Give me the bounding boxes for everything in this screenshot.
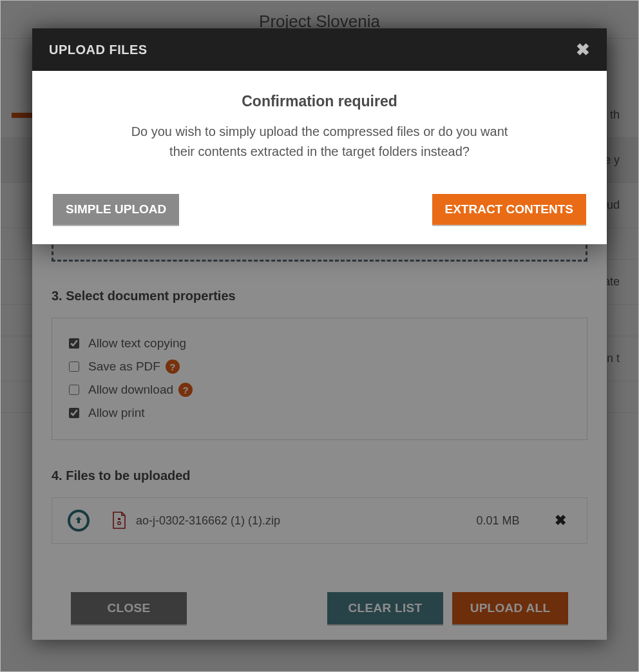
svg-rect-0	[118, 518, 120, 520]
confirmation-header: UPLOAD FILES ✖	[32, 28, 607, 71]
close-icon[interactable]: ✖	[576, 41, 590, 58]
close-button[interactable]: CLOSE	[71, 592, 187, 624]
file-size: 0.01 MB	[446, 514, 549, 528]
upload-all-button[interactable]: UPLOAD ALL	[452, 592, 568, 624]
document-properties-box: Allow text copying Save as PDF ? Allow d…	[52, 318, 587, 440]
section-3-title: 3. Select document properties	[52, 289, 587, 303]
help-icon[interactable]: ?	[178, 383, 193, 397]
section-4-title: 4. Files to be uploaded	[52, 468, 587, 483]
confirmation-title: Confirmation required	[64, 93, 575, 110]
files-list: ao-j-0302-316662 (1) (1).zip 0.01 MB ✖	[52, 497, 587, 544]
confirmation-text: Do you wish to simply upload the compres…	[120, 122, 519, 162]
prop-allow-text-copying[interactable]: Allow text copying	[69, 336, 570, 350]
extract-contents-button[interactable]: EXTRACT CONTENTS	[432, 194, 587, 225]
file-name: ao-j-0302-316662 (1) (1).zip	[136, 514, 446, 528]
confirmation-actions: SIMPLE UPLOAD EXTRACT CONTENTS	[32, 168, 607, 244]
confirmation-dialog: UPLOAD FILES ✖ Confirmation required Do …	[32, 28, 607, 244]
clear-list-button[interactable]: CLEAR LIST	[327, 592, 443, 624]
zip-file-icon	[111, 512, 127, 530]
remove-file-icon[interactable]: ✖	[549, 512, 571, 529]
help-icon[interactable]: ?	[166, 360, 180, 374]
upload-arrow-icon	[68, 510, 90, 532]
prop-label: Allow print	[88, 406, 145, 420]
prop-save-as-pdf[interactable]: Save as PDF ?	[69, 360, 570, 374]
prop-allow-print[interactable]: Allow print	[69, 406, 570, 420]
prop-label: Allow text copying	[88, 336, 186, 350]
checkbox-allow-print[interactable]	[69, 408, 79, 418]
svg-point-1	[118, 522, 120, 524]
prop-label: Allow download	[88, 383, 173, 397]
checkbox-allow-text-copying[interactable]	[69, 338, 79, 349]
modal-title: UPLOAD FILES	[49, 43, 148, 57]
checkbox-allow-download[interactable]	[69, 385, 79, 395]
file-row: ao-j-0302-316662 (1) (1).zip 0.01 MB ✖	[52, 498, 587, 543]
prop-label: Save as PDF	[88, 360, 160, 374]
confirmation-body: Confirmation required Do you wish to sim…	[32, 71, 607, 168]
checkbox-save-as-pdf[interactable]	[69, 361, 79, 372]
modal-footer: CLOSE CLEAR LIST UPLOAD ALL	[52, 577, 587, 627]
prop-allow-download[interactable]: Allow download ?	[69, 383, 570, 397]
simple-upload-button[interactable]: SIMPLE UPLOAD	[53, 194, 179, 225]
